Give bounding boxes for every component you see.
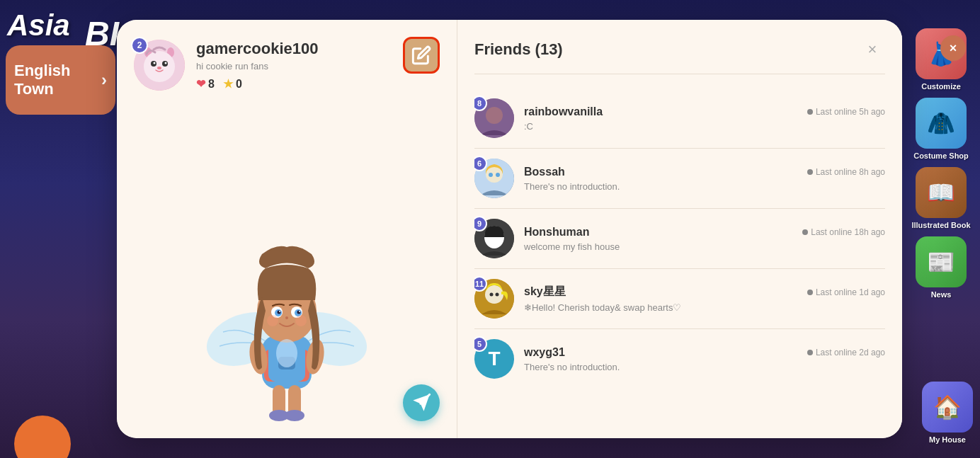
hearts-stat: ❤ 8 xyxy=(196,77,215,91)
friend-name: Bossah xyxy=(524,166,565,178)
svg-point-42 xyxy=(496,173,500,177)
main-modal: 2 gamercookie100 hi cookie run fans ❤ 8 … xyxy=(117,20,902,438)
my-house-icon[interactable]: 🏠 xyxy=(922,382,973,433)
friend-info: rainbowvanilla Last online 5h ago :C xyxy=(524,105,885,132)
friend-online-status: Last online 2d ago xyxy=(807,348,885,357)
left-panel: 2 gamercookie100 hi cookie run fans ❤ 8 … xyxy=(117,20,457,438)
svg-point-31 xyxy=(295,315,307,326)
friend-online-status: Last online 18h ago xyxy=(802,227,885,237)
svg-point-35 xyxy=(285,410,304,421)
friend-name: rainbowvanilla xyxy=(524,105,603,118)
avatar-container: 2 xyxy=(134,40,185,91)
illustrated-book-icon[interactable]: 📖 xyxy=(916,167,967,218)
profile-header: 2 gamercookie100 hi cookie run fans ❤ 8 … xyxy=(134,40,440,91)
customize-label: Customize xyxy=(921,82,961,91)
star-icon: ★ xyxy=(223,77,233,91)
friend-name: wxyg31 xyxy=(524,346,565,359)
friend-name-row: wxyg31 Last online 2d ago xyxy=(524,346,885,359)
svg-point-48 xyxy=(485,285,503,304)
svg-point-36 xyxy=(276,339,297,367)
character-display xyxy=(195,183,379,424)
svg-point-27 xyxy=(279,311,280,312)
online-dot xyxy=(807,169,813,175)
friend-online-status: Last online 5h ago xyxy=(807,107,885,117)
english-town-button[interactable]: English Town › xyxy=(6,45,115,115)
friend-avatar: 9 xyxy=(474,219,514,258)
svg-point-10 xyxy=(157,67,161,69)
my-house-button[interactable]: 🏠 My House xyxy=(922,382,973,444)
edit-icon xyxy=(411,45,431,65)
svg-point-29 xyxy=(285,316,288,319)
right-sidebar: × 👗 Customize 🧥 Costume Shop 📖 Illustrat… xyxy=(909,28,973,299)
friend-name-row: Bossah Last online 8h ago xyxy=(524,166,885,178)
travel-button[interactable] xyxy=(403,384,440,421)
friend-info: Honshuman Last online 18h ago welcome my… xyxy=(524,226,885,252)
stars-stat: ★ 0 xyxy=(223,77,242,91)
costume-shop-icon[interactable]: 🧥 xyxy=(916,98,967,149)
sidebar-close-button[interactable]: × xyxy=(940,35,966,61)
news-label: News xyxy=(931,290,952,299)
friend-name: Honshuman xyxy=(524,226,589,239)
sidebar-item-costume-shop[interactable]: 🧥 Costume Shop xyxy=(909,98,973,160)
my-house-label: My House xyxy=(929,435,966,444)
online-dot xyxy=(807,109,813,115)
friend-item[interactable]: 11 sky星星 Last online 1d ago ❄Hello! Cher… xyxy=(474,269,885,329)
friend-info: Bossah Last online 8h ago There's no int… xyxy=(524,166,885,192)
stars-count: 0 xyxy=(236,78,242,91)
illustrated-book-label: Illustrated Book xyxy=(911,221,970,229)
svg-point-25 xyxy=(278,311,281,314)
heart-icon: ❤ xyxy=(196,77,205,91)
friend-avatar: 11 xyxy=(474,279,514,319)
svg-point-8 xyxy=(154,62,156,64)
friend-avatar: 8 xyxy=(474,98,514,138)
friend-item[interactable]: 9 Honshuman Last online 18h ago welcome … xyxy=(474,209,885,269)
news-icon[interactable]: 📰 xyxy=(916,236,967,287)
friend-bio: welcome my fish house xyxy=(524,241,885,252)
friend-bio: :C xyxy=(524,121,885,132)
svg-point-28 xyxy=(299,311,300,312)
online-dot xyxy=(807,350,813,355)
close-modal-button[interactable]: × xyxy=(860,37,885,62)
friends-list: 8 rainbowvanilla Last online 5h ago :C xyxy=(474,88,885,389)
travel-icon xyxy=(411,393,431,413)
svg-point-45 xyxy=(489,232,493,236)
online-dot xyxy=(807,290,813,295)
friend-avatar: T 5 xyxy=(474,339,514,379)
friend-name-row: sky星星 Last online 1d ago xyxy=(524,285,885,299)
friend-item[interactable]: T 5 wxyg31 Last online 2d ago There's no… xyxy=(474,329,885,389)
friend-name: sky星星 xyxy=(524,285,566,299)
svg-point-38 xyxy=(486,107,503,124)
friend-bio: ❄Hello! Cherish today& swap hearts♡ xyxy=(524,302,885,313)
character-svg xyxy=(202,197,372,424)
svg-point-50 xyxy=(496,293,499,297)
english-town-arrow: › xyxy=(101,70,107,90)
edit-button[interactable] xyxy=(403,37,440,74)
friends-title: Friends (13) xyxy=(474,40,563,59)
friend-online-status: Last online 1d ago xyxy=(807,287,885,297)
friend-bio: There's no introduction. xyxy=(524,181,885,192)
friend-online-status: Last online 8h ago xyxy=(807,167,885,177)
friend-name-row: rainbowvanilla Last online 5h ago xyxy=(524,105,885,118)
online-dot xyxy=(802,229,808,235)
friend-info: sky星星 Last online 1d ago ❄Hello! Cherish… xyxy=(524,285,885,313)
sidebar-item-illustrated-book[interactable]: 📖 Illustrated Book xyxy=(909,167,973,229)
svg-point-9 xyxy=(165,62,167,64)
friend-item[interactable]: 6 Bossah Last online 8h ago There's no i… xyxy=(474,149,885,209)
friend-info: wxyg31 Last online 2d ago There's no int… xyxy=(524,346,885,372)
costume-shop-label: Costume Shop xyxy=(913,151,969,160)
sidebar-item-customize[interactable]: 👗 Customize xyxy=(909,28,973,91)
friend-avatar: 6 xyxy=(474,159,514,198)
avatar-level-badge: 2 xyxy=(131,37,148,54)
svg-point-30 xyxy=(267,315,278,326)
stats: ❤ 8 ★ 0 xyxy=(196,77,440,91)
sidebar-item-news[interactable]: 📰 News xyxy=(909,236,973,299)
svg-point-26 xyxy=(297,311,301,314)
friends-header: Friends (13) × xyxy=(474,37,885,74)
svg-point-46 xyxy=(496,232,500,236)
right-panel: Friends (13) × 8 xyxy=(457,20,902,438)
svg-point-41 xyxy=(489,173,493,177)
friend-item[interactable]: 8 rainbowvanilla Last online 5h ago :C xyxy=(474,88,885,149)
asia-title: Asia xyxy=(7,8,70,42)
svg-point-49 xyxy=(490,293,494,297)
hearts-count: 8 xyxy=(208,78,215,91)
